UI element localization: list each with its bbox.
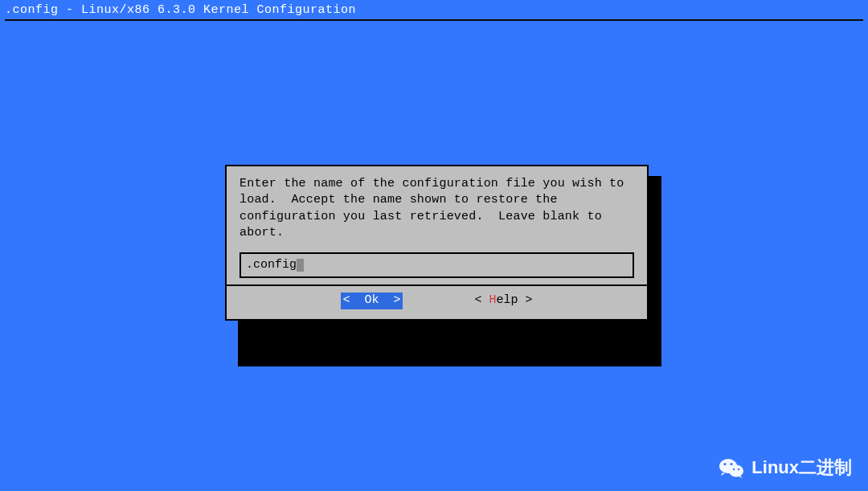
load-config-dialog: Enter the name of the configuration file… xyxy=(225,165,649,321)
svg-point-1 xyxy=(729,465,743,477)
help-button-hotkey: H xyxy=(489,293,497,307)
filename-input[interactable]: .config xyxy=(240,252,634,278)
svg-point-5 xyxy=(738,468,739,470)
text-cursor xyxy=(297,259,304,272)
title-divider xyxy=(5,19,863,21)
help-button-rest: elp > xyxy=(497,293,533,307)
wechat-icon xyxy=(719,457,743,478)
help-button-open: < xyxy=(475,293,489,307)
svg-point-2 xyxy=(724,463,727,465)
help-button[interactable]: < Help > xyxy=(475,293,533,309)
svg-point-3 xyxy=(731,463,733,465)
dialog-prompt: Enter the name of the configuration file… xyxy=(240,176,634,241)
dialog-button-row: < Ok > < Help > xyxy=(240,286,634,310)
watermark: Linux二进制 xyxy=(719,456,852,480)
ok-button[interactable]: < Ok > xyxy=(341,293,402,309)
filename-input-value: .config xyxy=(246,258,297,272)
ok-button-open: < xyxy=(342,293,364,307)
window-title: .config - Linux/x86 6.3.0 Kernel Configu… xyxy=(5,2,863,18)
ok-button-rest: k > xyxy=(371,293,400,307)
svg-point-4 xyxy=(733,468,735,470)
watermark-text: Linux二进制 xyxy=(751,456,852,480)
menuconfig-screen: .config - Linux/x86 6.3.0 Kernel Configu… xyxy=(0,0,868,491)
